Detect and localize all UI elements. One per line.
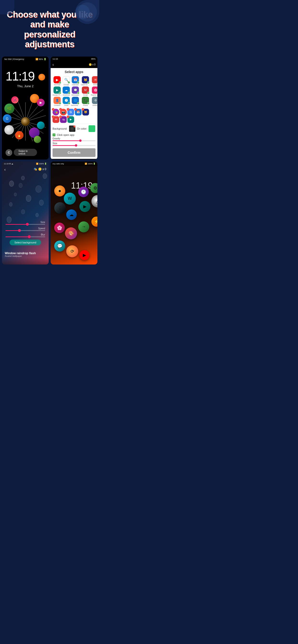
- bubble-red: 🌺: [11, 96, 19, 104]
- selected-apps-row: 🎭 × 📷 × G × 📅 × 🐱 ×: [53, 108, 95, 124]
- app-email[interactable]: ✉✓ Email: [91, 76, 97, 86]
- gravity-slider-row: Gravity: [53, 137, 95, 141]
- sel-brio[interactable]: 🎭 ×: [53, 109, 59, 116]
- rain-bottom-gradient: [2, 257, 49, 264]
- remove-camera[interactable]: ×: [59, 108, 62, 111]
- svg-point-18: [21, 117, 30, 126]
- app-onedrive[interactable]: ☁✓ OneDrive: [63, 86, 70, 96]
- sel-camera[interactable]: 📷 ×: [60, 109, 67, 116]
- float-play2: ▶: [79, 201, 90, 212]
- app-google[interactable]: 🔍✓ Google: [63, 76, 70, 86]
- rain-back-icon[interactable]: ‹: [4, 168, 6, 172]
- app-clash-label: Clash for An...: [81, 84, 90, 86]
- remove-bg[interactable]: ×: [73, 125, 76, 128]
- gravity-thumb[interactable]: [79, 140, 82, 142]
- rain-status-bar: 11:19 ⚙ ☁ 📶 100% 🔋: [2, 162, 49, 166]
- app-onedrive-label: OneDrive: [63, 94, 70, 96]
- raindrop-1: [9, 181, 14, 187]
- remove-calendar[interactable]: ×: [74, 108, 77, 111]
- app-clash[interactable]: 🐱✓ Clash for An...: [81, 76, 90, 86]
- app-youtube-label: YouTube: [54, 84, 60, 86]
- app-email-icon: ✉✓: [92, 76, 97, 84]
- sel-play[interactable]: ▶ ×: [67, 116, 74, 123]
- app-samsung-int[interactable]: 🌐✓ Samsung Int...: [71, 97, 80, 106]
- remove-google[interactable]: ×: [67, 108, 69, 111]
- app-gmail[interactable]: M✓ Gmail: [81, 86, 90, 96]
- rain-speed-thumb[interactable]: [18, 229, 21, 232]
- app-clock[interactable]: 🕐✓ Clock: [63, 97, 70, 106]
- float-wps: W: [64, 192, 76, 204]
- sel-clash[interactable]: 🐱 ×: [82, 109, 89, 116]
- remove-clash[interactable]: ×: [82, 108, 84, 111]
- c-button[interactable]: C: [6, 149, 12, 156]
- sel-google[interactable]: G ×: [67, 109, 74, 116]
- lock-time-display: 11:19: [2, 69, 49, 84]
- size-track[interactable]: [53, 145, 95, 146]
- app-settings-icon: ⚙✓: [92, 97, 97, 104]
- check-mark: ✓: [77, 82, 79, 84]
- app-real4d[interactable]: 🌸✓ Real4d Wall...: [91, 86, 97, 96]
- rain-speed-label: Speed: [6, 227, 45, 230]
- app-play-label: Google Play: [53, 94, 62, 96]
- bg-swatch[interactable]: ×: [69, 125, 76, 132]
- app-play-icon: ▶✓: [54, 86, 61, 94]
- status-sim: No SIM | Emergency: [4, 58, 24, 60]
- app-phone-label: Phone: [83, 104, 88, 106]
- remove-email[interactable]: ×: [52, 116, 54, 118]
- lock-date: Thu, June 2: [2, 84, 49, 88]
- app-youtube-icon: ▶✓: [54, 76, 61, 84]
- apps-status-right: 📶 100% 🔋: [85, 163, 95, 165]
- remove-brio[interactable]: ×: [52, 108, 54, 111]
- back-icon[interactable]: ‹: [53, 62, 54, 67]
- apps-grid: ▶✓ YouTube 🔍✓ Google 📅✓ Calendar 🐱✓ Clas…: [53, 76, 95, 106]
- app-play[interactable]: ▶✓ Google Play: [53, 86, 62, 96]
- raindrop-4: [43, 174, 47, 179]
- gravity-fill: [53, 140, 80, 141]
- sel-calendar[interactable]: 📅 ×: [75, 109, 82, 116]
- click-open-checkbox[interactable]: ✓: [53, 134, 55, 136]
- rain-blur-fill: [6, 236, 29, 237]
- sel-email[interactable]: ✉ ×: [53, 116, 59, 123]
- rain-blur-track[interactable]: [6, 236, 45, 237]
- bubble-blue: G: [3, 114, 12, 123]
- modal-content: Select apps ▶✓ YouTube 🔍✓ Google 📅✓ Cale…: [51, 68, 97, 159]
- check-mark: ✓: [59, 82, 61, 84]
- remove-play[interactable]: ×: [67, 116, 69, 118]
- rain-blur-thumb[interactable]: [28, 235, 31, 238]
- rain-controls: Size Speed Blur: [2, 221, 49, 245]
- app-messages[interactable]: 💬✓ Messages: [71, 86, 80, 96]
- sel-store[interactable]: 🛍 ×: [60, 116, 67, 123]
- screenshots-grid: No SIM | Emergency 📶 96% 🔋 11:19 Thu, Ju…: [0, 56, 99, 269]
- rain-size-track[interactable]: [6, 224, 45, 225]
- color-swatch[interactable]: [89, 125, 95, 132]
- check-mark: ✓: [59, 102, 61, 104]
- app-gmail-icon: M✓: [82, 86, 89, 94]
- check-mark: ✓: [87, 102, 89, 104]
- remove-store[interactable]: ×: [59, 116, 62, 118]
- deco-shape-2: [75, 5, 90, 19]
- decorative-blob-left: [0, 0, 14, 14]
- rain-size-thumb[interactable]: [26, 223, 29, 226]
- app-samsung-int-label: Samsung Int...: [71, 104, 80, 106]
- screen-app-bubbles: ncy calls only 📶 100% 🔋 11:19 ● W 🕐 ⚙ ⋮ …: [51, 162, 97, 264]
- app-settings[interactable]: ⚙✓ Settings: [91, 97, 97, 106]
- confirm-button[interactable]: Confirm: [53, 148, 95, 157]
- size-thumb[interactable]: [75, 144, 77, 146]
- rain-coin-display: 🎭 🪙 x 0: [34, 168, 46, 172]
- app-calendar[interactable]: 📅✓ Calendar: [71, 76, 80, 86]
- rain-size-row: Size: [6, 221, 45, 225]
- rain-size-fill: [6, 224, 27, 225]
- swipe-hint: Swipe to unlock: [14, 149, 37, 156]
- check-mark: ✓: [77, 102, 79, 104]
- rain-speed-track[interactable]: [6, 230, 45, 231]
- select-bg-button[interactable]: Select background: [10, 240, 41, 245]
- raindrop-8: [9, 202, 13, 206]
- app-contacts[interactable]: 👤✓ Contacts: [53, 97, 62, 106]
- select-battery: 95%: [91, 58, 95, 60]
- app-settings-label: Settings: [92, 104, 97, 106]
- raindrop-9: [39, 200, 44, 206]
- app-phone[interactable]: 📞✓ Phone: [81, 97, 90, 106]
- app-youtube[interactable]: ▶✓ YouTube: [53, 76, 62, 86]
- gravity-track[interactable]: [53, 140, 95, 141]
- screen-lockscreen: No SIM | Emergency 📶 96% 🔋 11:19 Thu, Ju…: [2, 56, 49, 160]
